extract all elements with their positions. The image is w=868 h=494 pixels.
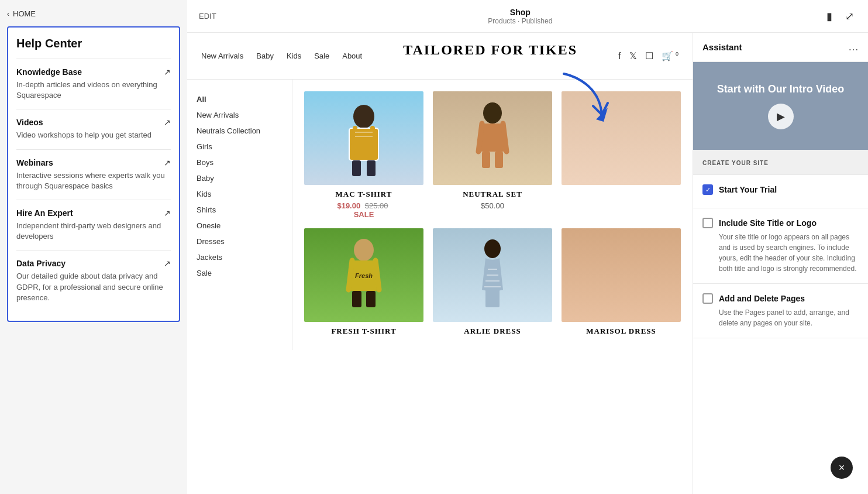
- create-site-label: CREATE YOUR SITE: [702, 160, 769, 166]
- top-bar-center: Shop Products · Published: [488, 8, 552, 25]
- svg-line-11: [503, 124, 507, 152]
- checklist-add-pages: Add and Delete Pages Use the Pages panel…: [693, 284, 868, 338]
- product-price-neutral: $50.00: [433, 201, 552, 210]
- site-nav-new-arrivals[interactable]: New Arrivals: [201, 52, 243, 60]
- svg-line-2: [352, 128, 355, 156]
- hire-expert-title: Hire An Expert: [16, 208, 73, 218]
- product-name-arlie: ARLIE DRESS: [433, 327, 552, 336]
- intro-video-title: Start with Our Intro Video: [717, 83, 845, 95]
- category-onesie[interactable]: Onesie: [197, 218, 283, 234]
- svg-rect-5: [367, 160, 376, 176]
- product-marisol-dress[interactable]: MARISOL DRESS: [562, 228, 681, 338]
- category-neutrals[interactable]: Neutrals Collection: [197, 123, 283, 139]
- products-grid: MAC T-SHIRT $19.00 $25.00 SALE: [304, 91, 681, 338]
- fullscreen-button[interactable]: ⤢: [843, 8, 856, 25]
- svg-rect-19: [366, 291, 376, 307]
- intro-video-box[interactable]: Start with Our Intro Video ▶: [693, 62, 868, 150]
- checklist-items: ✓ Start Your Trial Include Site Title or…: [693, 175, 868, 338]
- product-img-partial: [562, 91, 681, 185]
- category-kids[interactable]: Kids: [197, 186, 283, 202]
- external-link-icon-2: ↗: [164, 118, 171, 127]
- help-item-videos[interactable]: Videos ↗ Video workshops to help you get…: [16, 109, 171, 149]
- assistant-header: Assistant …: [693, 33, 868, 62]
- sale-badge-mac: SALE: [304, 210, 423, 219]
- site-nav-icons: f 𝕏 ☐ 🛒 0: [618, 50, 678, 61]
- help-center-title: Help Center: [16, 37, 171, 50]
- svg-point-14: [354, 239, 374, 261]
- product-partial: [562, 91, 681, 219]
- external-link-icon-3: ↗: [164, 158, 171, 167]
- knowledge-base-desc: In-depth articles and videos on everythi…: [16, 80, 171, 101]
- product-fresh-tshirt[interactable]: Fresh FRESH T-SHIRT: [304, 228, 423, 338]
- videos-title: Videos: [16, 118, 43, 127]
- category-sale[interactable]: Sale: [197, 265, 283, 281]
- product-img-marisol: [562, 228, 681, 322]
- category-shirts[interactable]: Shirts: [197, 202, 283, 218]
- webinars-desc: Interactive sessions where experts walk …: [16, 170, 171, 191]
- sale-price-mac: $19.00: [337, 201, 360, 210]
- cart-icon[interactable]: 🛒 0: [662, 50, 678, 61]
- checklist-desc-add-pages: Use the Pages panel to add, arrange, and…: [702, 307, 859, 328]
- facebook-icon[interactable]: f: [618, 51, 621, 61]
- category-sidebar: All New Arrivals Neutrals Collection Gir…: [187, 80, 292, 350]
- product-neutral-set[interactable]: NEUTRAL SET $50.00: [433, 91, 552, 219]
- home-label: HOME: [13, 9, 36, 18]
- category-dresses[interactable]: Dresses: [197, 234, 283, 249]
- category-jackets[interactable]: Jackets: [197, 249, 283, 265]
- svg-rect-12: [482, 152, 490, 168]
- help-item-knowledge-base[interactable]: Knowledge Base ↗ In-depth articles and v…: [16, 59, 171, 109]
- data-privacy-title: Data Privacy: [16, 259, 66, 268]
- chevron-left-icon: ‹: [7, 10, 9, 18]
- site-nav-kids[interactable]: Kids: [287, 52, 301, 60]
- home-link[interactable]: ‹ HOME: [7, 9, 180, 18]
- assistant-more-icon[interactable]: …: [848, 41, 859, 53]
- assistant-title: Assistant: [702, 42, 742, 52]
- videos-desc: Video workshops to help you get started: [16, 130, 171, 140]
- checklist-desc-include-title: Your site title or logo appears on all p…: [702, 232, 859, 274]
- category-new-arrivals[interactable]: New Arrivals: [197, 107, 283, 123]
- svg-rect-13: [495, 152, 503, 168]
- category-boys[interactable]: Boys: [197, 155, 283, 170]
- top-bar: EDIT Shop Products · Published ▮ ⤢: [187, 0, 868, 33]
- help-item-webinars[interactable]: Webinars ↗ Interactive sessions where ex…: [16, 149, 171, 200]
- checkbox-include-title[interactable]: [702, 218, 713, 228]
- checklist-start-trial: ✓ Start Your Trial: [693, 175, 868, 208]
- product-name-fresh: FRESH T-SHIRT: [304, 327, 423, 336]
- svg-line-10: [478, 124, 482, 152]
- checkbox-start-trial[interactable]: ✓: [702, 184, 713, 195]
- category-all[interactable]: All: [197, 91, 283, 107]
- checklist-title-add-pages: Add and Delete Pages: [719, 294, 805, 303]
- help-item-data-privacy[interactable]: Data Privacy ↗ Our detailed guide about …: [16, 250, 171, 311]
- checkbox-add-pages[interactable]: [702, 293, 713, 304]
- svg-line-17: [376, 260, 379, 290]
- external-link-icon-4: ↗: [164, 208, 171, 218]
- left-sidebar: ‹ HOME Help Center Knowledge Base ↗ In-d…: [0, 0, 187, 494]
- knowledge-base-title: Knowledge Base: [16, 67, 82, 77]
- help-item-hire-expert[interactable]: Hire An Expert ↗ Independent third-party…: [16, 200, 171, 250]
- mobile-preview-button[interactable]: ▮: [824, 8, 835, 25]
- product-mac-tshirt[interactable]: MAC T-SHIRT $19.00 $25.00 SALE: [304, 91, 423, 219]
- instagram-icon[interactable]: ☐: [645, 50, 653, 61]
- site-nav-sale[interactable]: Sale: [314, 52, 329, 60]
- category-girls[interactable]: Girls: [197, 139, 283, 155]
- edit-label[interactable]: EDIT: [199, 12, 216, 20]
- play-button[interactable]: ▶: [768, 104, 794, 129]
- create-site-section: CREATE YOUR SITE: [693, 150, 868, 175]
- main-content: EDIT Shop Products · Published ▮ ⤢ New A…: [187, 0, 868, 494]
- product-arlie-dress[interactable]: ARLIE DRESS: [433, 228, 552, 338]
- category-baby[interactable]: Baby: [197, 170, 283, 186]
- site-nav-baby[interactable]: Baby: [256, 52, 274, 60]
- products-area: MAC T-SHIRT $19.00 $25.00 SALE: [292, 80, 693, 350]
- checklist-title-start-trial: Start Your Trial: [719, 185, 777, 194]
- twitter-icon[interactable]: 𝕏: [629, 50, 637, 61]
- close-button[interactable]: ×: [831, 457, 853, 479]
- checklist-title-include-title: Include Site Title or Logo: [719, 218, 817, 228]
- shop-subtitle: Products · Published: [488, 17, 552, 25]
- site-nav-links: New Arrivals Baby Kids Sale About: [201, 52, 362, 60]
- svg-rect-4: [352, 160, 361, 176]
- svg-rect-22: [485, 290, 500, 307]
- product-price-mac: $19.00 $25.00 SALE: [304, 201, 423, 219]
- original-price-mac: $25.00: [365, 201, 388, 210]
- svg-point-8: [483, 102, 502, 124]
- site-nav-about[interactable]: About: [342, 52, 362, 60]
